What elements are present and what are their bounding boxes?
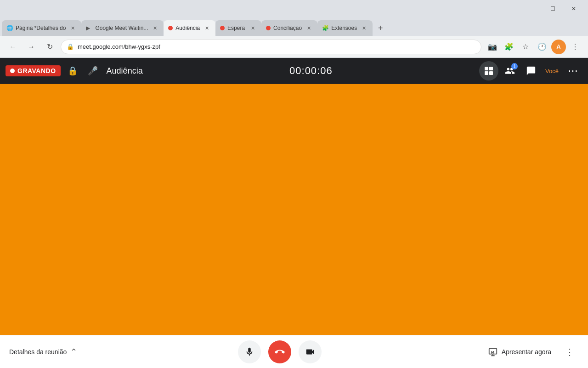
profile-button[interactable]: A <box>551 40 566 54</box>
tab3-label: Audiência <box>175 25 200 31</box>
meet-app: GRAVANDO 🔒 🎤 Audiência 00:00:06 <box>0 58 588 368</box>
svg-rect-2 <box>485 71 488 75</box>
recording-label: GRAVANDO <box>17 67 56 75</box>
present-label: Apresentar agora <box>502 348 551 356</box>
more-options-bottom-button[interactable]: ⋮ <box>560 343 579 361</box>
camera-icon-button[interactable]: 📷 <box>485 40 500 54</box>
people-button[interactable]: 1 <box>500 61 520 80</box>
omnibox-right-icons: 📷 🧩 ☆ 🕐 A ⋮ <box>485 40 582 54</box>
tab2-favicon-icon: ▶ <box>86 25 92 31</box>
bottom-center-controls <box>77 340 482 363</box>
browser-frame: — ☐ ✕ 🌐 Página *Detalhes do ✕ ▶ Google M… <box>0 0 588 368</box>
bookmark-icon-button[interactable]: ☆ <box>518 40 533 54</box>
forward-button[interactable]: → <box>24 40 39 54</box>
recording-dot-icon <box>10 69 15 73</box>
tab5-close-button[interactable]: ✕ <box>305 24 313 32</box>
tab6-favicon-icon: 🧩 <box>322 25 328 31</box>
topbar-right: 1 Você ⋯ <box>479 61 582 80</box>
back-button[interactable]: ← <box>6 40 20 54</box>
tab4-label: Espera <box>227 25 246 31</box>
close-button[interactable]: ✕ <box>563 0 584 17</box>
tab-extensoes[interactable]: 🧩 Extensões ✕ <box>317 20 373 36</box>
minimize-button[interactable]: — <box>521 0 542 17</box>
grid-view-button[interactable] <box>479 61 498 80</box>
lock-icon: 🔒 <box>67 43 74 50</box>
tab4-recording-dot <box>220 26 225 30</box>
url-text: meet.google.com/bhw-ygxs-zpf <box>78 43 475 50</box>
tab3-recording-dot <box>168 26 173 30</box>
reload-button[interactable]: ↻ <box>42 40 57 54</box>
new-tab-button[interactable]: + <box>373 20 388 36</box>
tab2-label: Google Meet Waitin... <box>95 25 148 31</box>
tab5-label: Conciliação <box>273 25 302 31</box>
omnibox[interactable]: 🔒 meet.google.com/bhw-ygxs-zpf <box>61 40 481 54</box>
chat-button[interactable] <box>521 61 541 80</box>
mic-button[interactable]: 🎤 <box>85 63 101 79</box>
title-bar: — ☐ ✕ <box>0 0 588 17</box>
tab-audiencia[interactable]: Audiência ✕ <box>164 20 215 36</box>
end-call-button[interactable] <box>268 340 291 363</box>
tab-google-meet-waiting[interactable]: ▶ Google Meet Waitin... ✕ <box>81 20 164 36</box>
omnibox-bar: ← → ↻ 🔒 meet.google.com/bhw-ygxs-zpf 📷 🧩… <box>0 36 588 58</box>
tab-detalhes[interactable]: 🌐 Página *Detalhes do ✕ <box>2 20 81 36</box>
mic-bottom-button[interactable] <box>238 340 261 363</box>
tab-conciliacao[interactable]: Conciliação ✕ <box>261 20 317 36</box>
meeting-title: Audiência <box>107 66 143 76</box>
meet-bottombar: Detalhes da reunião ⌃ <box>0 335 588 368</box>
more-options-topbar-button[interactable]: ⋯ <box>563 61 582 80</box>
recording-badge[interactable]: GRAVANDO <box>6 65 61 76</box>
window-controls: — ☐ ✕ <box>521 0 584 17</box>
people-count-badge: 1 <box>511 63 518 69</box>
video-main-area <box>0 84 588 335</box>
tab1-favicon-icon: 🌐 <box>6 25 13 31</box>
bottom-right-controls: Apresentar agora ⋮ <box>482 343 579 361</box>
tab3-close-button[interactable]: ✕ <box>203 24 211 32</box>
you-label: Você <box>543 68 561 75</box>
maximize-button[interactable]: ☐ <box>542 0 563 17</box>
lock-button[interactable]: 🔒 <box>64 63 81 79</box>
meeting-details-label: Detalhes da reunião <box>9 348 67 356</box>
menu-button[interactable]: ⋮ <box>568 40 582 54</box>
tab4-close-button[interactable]: ✕ <box>249 24 257 32</box>
present-now-button[interactable]: Apresentar agora <box>482 343 557 361</box>
camera-bottom-button[interactable] <box>299 340 322 363</box>
tab6-label: Extensões <box>331 25 357 31</box>
meet-topbar: GRAVANDO 🔒 🎤 Audiência 00:00:06 <box>0 58 588 84</box>
history-icon-button[interactable]: 🕐 <box>535 40 549 54</box>
tab2-close-button[interactable]: ✕ <box>151 24 159 32</box>
tab-bar: 🌐 Página *Detalhes do ✕ ▶ Google Meet Wa… <box>0 17 588 36</box>
tab-espera[interactable]: Espera ✕ <box>215 20 261 36</box>
meeting-details[interactable]: Detalhes da reunião ⌃ <box>9 347 77 357</box>
meeting-timer: 00:00:06 <box>147 65 475 77</box>
tab6-close-button[interactable]: ✕ <box>360 24 368 32</box>
svg-rect-1 <box>489 67 493 70</box>
svg-rect-3 <box>489 71 493 75</box>
tab5-recording-dot <box>266 26 271 30</box>
chevron-up-icon: ⌃ <box>70 347 77 357</box>
svg-rect-0 <box>485 67 488 70</box>
tab1-label: Página *Detalhes do <box>16 25 66 31</box>
tab1-close-button[interactable]: ✕ <box>68 24 77 32</box>
extension-icon-button[interactable]: 🧩 <box>502 40 516 54</box>
